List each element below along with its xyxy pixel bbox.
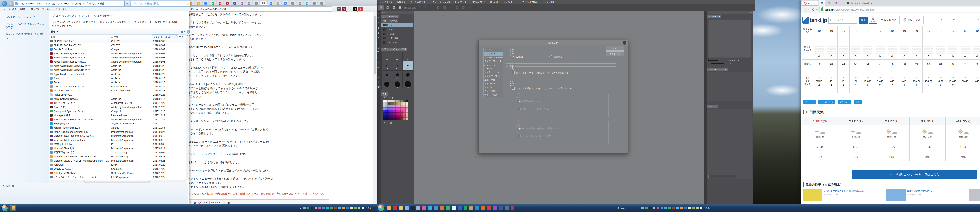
taskbar-app-icon[interactable] bbox=[434, 206, 438, 210]
color-swatch[interactable] bbox=[398, 105, 401, 108]
color-swatch[interactable] bbox=[383, 102, 385, 105]
category-item[interactable]: ファイル bbox=[484, 85, 503, 89]
brush-size-cell[interactable]: 7 bbox=[382, 80, 392, 89]
select-icon[interactable]: ◧ bbox=[436, 5, 441, 10]
csp-canvas-scrollbar[interactable] bbox=[704, 11, 706, 204]
browser-tab[interactable]: ※ bbox=[237, 1, 246, 6]
color-swatch[interactable] bbox=[403, 102, 406, 105]
brush-size-cell[interactable]: 0.2 bbox=[382, 51, 392, 61]
color-swatch[interactable] bbox=[388, 115, 390, 117]
tool-icon[interactable]: ◆ bbox=[377, 27, 380, 29]
navigator-panel-tab[interactable]: ナビゲーター bbox=[707, 15, 721, 18]
tray-icon[interactable] bbox=[692, 207, 695, 209]
taskbar-app-icon[interactable] bbox=[417, 206, 420, 210]
brush-size-cell[interactable]: 3 bbox=[402, 71, 413, 80]
tray-icon[interactable] bbox=[323, 207, 325, 209]
color-swatch[interactable] bbox=[403, 110, 406, 112]
taskbar-app-icon[interactable] bbox=[458, 206, 461, 210]
color-swatch[interactable] bbox=[385, 110, 388, 112]
browser-window-support-page[interactable]: a a G L M F f ※ ◎ ◎ 液 G bbox=[186, 0, 377, 204]
open-file-icon[interactable]: ▦ bbox=[391, 5, 396, 10]
tray-icon[interactable] bbox=[326, 207, 329, 209]
color-swatch[interactable] bbox=[401, 108, 403, 110]
tray-icon[interactable] bbox=[330, 207, 333, 209]
export-format-icon[interactable]: jpg bbox=[404, 6, 407, 9]
cancel-button[interactable]: キャンセル bbox=[606, 51, 624, 56]
category-item[interactable]: タッチジェスチャー bbox=[484, 56, 503, 59]
radio-keep-aspect[interactable]: モニタの縦横比を保持して操作する(K) bbox=[518, 127, 560, 130]
extension-icon[interactable]: a 5 bbox=[353, 7, 357, 11]
article-card[interactable]: 大雪のピーク過ぎるも 路面の凍結に注意 2018年02月10日 bbox=[803, 189, 881, 201]
csp-menu-item[interactable]: アニメーション(A) bbox=[430, 0, 450, 4]
browser-tab[interactable]: V bbox=[274, 1, 282, 6]
color-swatch[interactable] bbox=[393, 108, 395, 110]
menu-item[interactable]: ツール(T) bbox=[41, 7, 54, 11]
zoom-out-icon[interactable]: ⊖ bbox=[727, 59, 728, 61]
tray-expand-icon[interactable]: ▲ bbox=[300, 207, 302, 209]
extension-icon[interactable]: ↶ bbox=[337, 7, 341, 11]
program-row[interactable]: CLIP STUDIO 1.7.3 CELSYS 2018/02/09 bbox=[49, 39, 186, 43]
subtool-panel-tab[interactable]: サブツール[鉛筆] bbox=[382, 15, 399, 18]
color-swatch[interactable] bbox=[393, 102, 395, 105]
help-icon[interactable]: ? bbox=[187, 30, 190, 34]
share-button[interactable]: 送る bbox=[854, 100, 862, 104]
tool-icon[interactable]: ⌗ bbox=[377, 66, 380, 69]
browser-tab[interactable]: ◎ bbox=[296, 1, 304, 6]
organize-button[interactable]: 整理 ▼ bbox=[51, 30, 59, 34]
tenday-column[interactable]: 02月11日(日) ☀☁ 晴時々曇 2 -8 40% bbox=[802, 117, 838, 161]
color-swatch[interactable] bbox=[395, 105, 398, 108]
subtool-item[interactable]: リアル鉛筆 bbox=[382, 36, 413, 40]
program-row[interactable]: Tablet Driver V8.0 2018/01/23 bbox=[49, 93, 186, 97]
tray-icon[interactable] bbox=[668, 207, 671, 209]
deselect-icon[interactable]: ⁘ bbox=[430, 5, 434, 10]
color-swatch[interactable] bbox=[383, 108, 385, 110]
tool-icon[interactable]: ▢ bbox=[377, 46, 380, 49]
tool-icon[interactable]: ✎ bbox=[377, 17, 380, 19]
extension-icon[interactable]: S bbox=[347, 7, 352, 11]
tray-icon[interactable] bbox=[700, 207, 702, 209]
ok-button[interactable]: OK bbox=[606, 46, 624, 51]
color-swatch[interactable] bbox=[388, 105, 390, 108]
brush-size-cell[interactable]: 10 bbox=[402, 80, 413, 89]
program-row[interactable]: Microsoft Silverlight Microsoft Corporat… bbox=[49, 146, 186, 150]
tray-icon[interactable] bbox=[346, 207, 349, 209]
color-swatch[interactable] bbox=[406, 112, 408, 115]
color-swatch[interactable] bbox=[393, 100, 395, 102]
tray-icon[interactable] bbox=[338, 207, 341, 209]
color-swatch[interactable] bbox=[395, 110, 398, 112]
brush-size-cell[interactable]: 2 bbox=[382, 71, 392, 80]
extension-icon[interactable]: U 5 bbox=[342, 7, 346, 11]
color-swatch[interactable] bbox=[383, 112, 385, 115]
language-bar[interactable]: A CAPSKANA bbox=[617, 205, 625, 211]
browser-tab[interactable]: ◎ bbox=[310, 1, 319, 6]
color-swatch[interactable] bbox=[385, 112, 388, 115]
add-color-icon[interactable]: + bbox=[387, 122, 388, 124]
category-item[interactable]: カーソル bbox=[484, 67, 503, 71]
csp-menu-item[interactable]: 編集(E) bbox=[397, 0, 404, 4]
program-row[interactable]: Java 8 Update 161 Oracle Corporation 201… bbox=[49, 88, 186, 93]
extension-icon[interactable]: ☆ bbox=[331, 7, 336, 11]
taskbar-app-icon[interactable] bbox=[469, 206, 473, 210]
taskbar-app-icon[interactable] bbox=[410, 206, 415, 210]
current-location-button[interactable]: ◉現在地 bbox=[869, 17, 877, 24]
new-file-icon[interactable]: ▤ bbox=[385, 5, 390, 10]
start-button-monitor2[interactable] bbox=[377, 204, 385, 212]
program-row[interactable]: iTunes Apple Inc. 2018/01/28 bbox=[49, 80, 186, 84]
fit-icon[interactable]: ▣ bbox=[732, 59, 733, 61]
taskbar-app-icon[interactable] bbox=[487, 206, 491, 210]
subtool-item[interactable]: 薄い鉛筆 bbox=[382, 40, 413, 45]
browser-tab[interactable]: f bbox=[230, 1, 239, 6]
program-row[interactable]: はがきデザインキット Japan Post Co., Ltd. 2017/12/… bbox=[49, 101, 186, 105]
color-swatch[interactable] bbox=[385, 117, 388, 120]
rotate-right-icon[interactable]: ↻ bbox=[729, 62, 731, 64]
tenday-column[interactable]: 02月15日(木) ☀☁ 曇時々晴 5 -4 40% bbox=[945, 117, 980, 161]
taskbar-app-icon[interactable] bbox=[505, 206, 509, 210]
color-swatch[interactable] bbox=[401, 100, 403, 102]
tool-icon[interactable]: ✏ bbox=[377, 22, 380, 24]
browser-tab[interactable]: G bbox=[281, 1, 290, 6]
menu-item[interactable]: 表示(V) bbox=[29, 7, 40, 11]
share-button[interactable]: ツイート bbox=[803, 100, 816, 104]
color-swatch[interactable] bbox=[390, 100, 393, 102]
tray-icon[interactable] bbox=[684, 207, 687, 209]
tenki-logo[interactable]: tenki.jp bbox=[802, 17, 827, 24]
